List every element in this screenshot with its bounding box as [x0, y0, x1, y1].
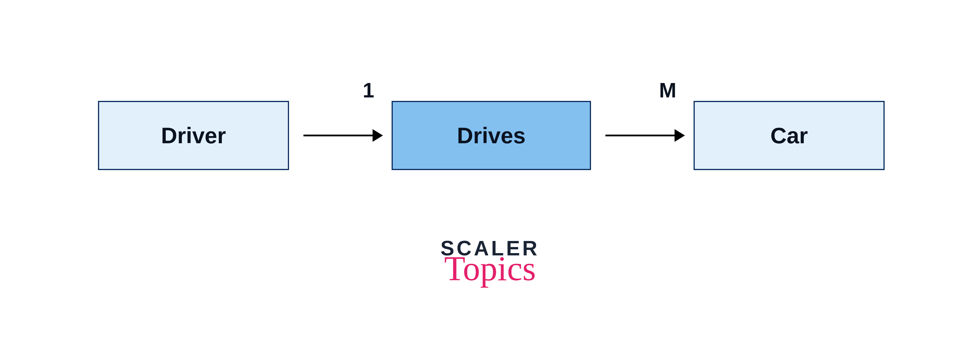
relationship-drives-label: Drives: [457, 123, 526, 149]
arrow-head-icon: [675, 129, 685, 142]
entity-car: Car: [694, 101, 885, 170]
arrow-line-icon: [304, 135, 377, 136]
cardinality-one: 1: [363, 78, 374, 102]
arrow-head-icon: [372, 129, 383, 142]
brand-logo: SCALER Topics: [440, 236, 539, 286]
entity-car-label: Car: [770, 123, 808, 149]
entity-driver-label: Driver: [161, 123, 226, 149]
brand-logo-line2: Topics: [440, 251, 539, 286]
arrow-line-icon: [605, 135, 679, 136]
entity-driver: Driver: [98, 101, 289, 170]
cardinality-many: M: [659, 78, 676, 102]
arrow-driver-to-drives: 1: [289, 101, 391, 170]
relationship-drives: Drives: [391, 101, 591, 170]
arrow-drives-to-car: M: [591, 101, 694, 170]
er-diagram: Driver 1 Drives M Car: [98, 98, 885, 173]
